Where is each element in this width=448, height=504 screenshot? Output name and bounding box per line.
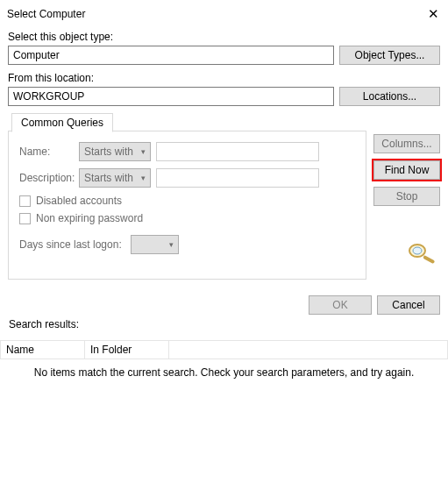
days-since-label: Days since last logon: <box>19 238 122 251</box>
titlebar: Select Computer ✕ <box>0 0 448 27</box>
object-types-button[interactable]: Object Types... <box>339 46 440 65</box>
column-header-name[interactable]: Name <box>1 341 85 359</box>
dialog-content: Select this object type: Computer Object… <box>0 27 448 340</box>
name-input[interactable] <box>156 142 319 161</box>
search-icon <box>405 241 440 268</box>
location-field[interactable]: WORKGROUP <box>8 87 334 106</box>
close-icon[interactable]: ✕ <box>428 6 439 22</box>
days-since-combo[interactable]: ▾ <box>131 235 179 254</box>
search-results-table: Name In Folder <box>0 340 448 359</box>
name-match-value: Starts with <box>84 146 133 158</box>
disabled-accounts-label: Disabled accounts <box>36 195 122 207</box>
name-label: Name: <box>19 146 74 158</box>
object-type-label: Select this object type: <box>8 31 440 43</box>
common-queries-panel: Name: Starts with ▾ Description: Starts … <box>8 131 366 280</box>
description-input[interactable] <box>156 168 319 188</box>
column-header-spacer <box>169 341 448 359</box>
stop-button[interactable]: Stop <box>373 187 440 206</box>
search-results-label: Search results: <box>8 318 440 330</box>
disabled-accounts-checkbox[interactable] <box>19 195 31 207</box>
cancel-button[interactable]: Cancel <box>377 295 440 315</box>
dialog-title: Select Computer <box>7 8 85 20</box>
locations-button[interactable]: Locations... <box>339 87 440 106</box>
ok-button[interactable]: OK <box>309 295 372 315</box>
description-match-combo[interactable]: Starts with ▾ <box>79 168 151 188</box>
non-expiring-checkbox[interactable] <box>19 213 31 224</box>
non-expiring-label: Non expiring password <box>36 212 143 224</box>
no-items-message: No items match the current search. Check… <box>0 359 448 379</box>
from-location-label: From this location: <box>8 72 440 84</box>
chevron-down-icon: ▾ <box>141 147 146 156</box>
name-match-combo[interactable]: Starts with ▾ <box>79 142 151 161</box>
column-header-in-folder[interactable]: In Folder <box>85 341 169 359</box>
svg-rect-2 <box>423 255 435 264</box>
find-now-button[interactable]: Find Now <box>373 160 440 180</box>
description-match-value: Starts with <box>84 172 133 184</box>
chevron-down-icon: ▾ <box>141 174 146 182</box>
columns-button[interactable]: Columns... <box>373 134 440 153</box>
description-label: Description: <box>19 172 74 184</box>
chevron-down-icon: ▾ <box>169 240 174 249</box>
right-button-column: Columns... Find Now Stop <box>373 113 440 268</box>
tab-common-queries[interactable]: Common Queries <box>11 113 113 132</box>
svg-point-1 <box>413 247 422 254</box>
select-computer-dialog: Select Computer ✕ Select this object typ… <box>0 0 448 382</box>
object-type-field[interactable]: Computer <box>8 46 334 65</box>
